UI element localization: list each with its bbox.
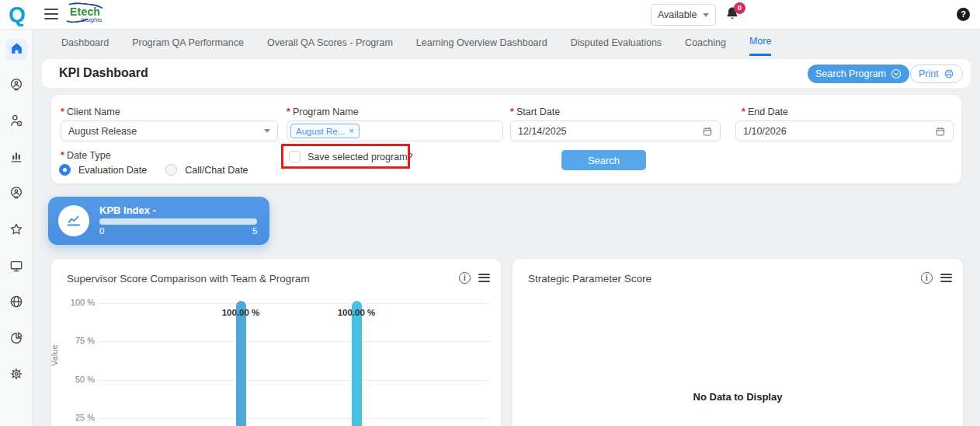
program-chip-label: August Re... — [296, 127, 345, 136]
tab-program-qa-performance[interactable]: Program QA Performance — [132, 30, 244, 56]
chevron-down-circle-icon — [891, 68, 902, 79]
home-icon — [9, 41, 24, 59]
chart-title: Strategic Parameter Score — [528, 273, 652, 285]
kpb-index-title: KPB Index - — [99, 204, 156, 216]
tab-dashboard[interactable]: Dashboard — [61, 30, 109, 56]
date-type-label: *Date Type — [61, 150, 111, 161]
tab-disputed-evaluations[interactable]: Disputed Evaluations — [571, 30, 662, 56]
search-button[interactable]: Search — [561, 150, 646, 170]
calendar-icon[interactable] — [702, 126, 713, 137]
globe-icon — [9, 294, 24, 313]
status-dropdown-value: Available — [658, 9, 697, 20]
sidebar-item-qa-monitor[interactable] — [5, 75, 27, 97]
program-chip: August Re... × — [290, 124, 360, 138]
kpb-progress-bar — [99, 218, 257, 225]
radio-label: Call/Chat Date — [185, 165, 248, 176]
client-name-label: *Client Name — [61, 106, 120, 117]
kpb-index-card: KPB Index - 0 5 — [48, 197, 269, 245]
chart-menu-icon[interactable] — [478, 274, 490, 283]
user-settings-icon — [9, 113, 24, 131]
strategic-parameter-chart-card: Strategic Parameter Score i No Data to D… — [513, 259, 963, 426]
logo-text-insights: Insights — [81, 16, 103, 23]
tab-overall-qa-scores-program[interactable]: Overall QA Scores - Program — [267, 30, 393, 56]
search-program-label: Search Program — [815, 68, 886, 79]
chart-menu-icon[interactable] — [940, 274, 952, 283]
save-program-checkbox[interactable] — [289, 151, 301, 162]
sidebar-item-web[interactable] — [5, 292, 27, 314]
gridline — [99, 380, 490, 381]
sidebar-item-user-settings[interactable] — [5, 111, 27, 133]
tab-learning-overview-dashboard[interactable]: Learning Overview Dashboard — [416, 30, 547, 56]
gridline — [99, 418, 490, 419]
info-icon[interactable]: i — [921, 272, 933, 284]
sidebar-item-analytics[interactable] — [5, 329, 27, 351]
required-asterisk: * — [61, 106, 64, 117]
date-type-radio-group: Evaluation DateCall/Chat Date — [59, 164, 259, 176]
start-date-value: 12/14/2025 — [518, 126, 702, 137]
help-button[interactable]: ? — [957, 8, 970, 21]
sidebar-item-qa-monitor-2[interactable] — [5, 183, 27, 205]
gridline — [99, 303, 490, 304]
etech-insights-logo: Etech Insights — [64, 2, 118, 28]
kpb-min-value: 0 — [99, 226, 104, 236]
top-bar: Q Etech Insights Available 0 ? — [0, 0, 980, 30]
sidebar-item-reports[interactable] — [5, 148, 27, 169]
qa-badge-icon — [9, 185, 24, 204]
line-chart-icon — [58, 205, 89, 236]
kpb-max-value: 5 — [252, 226, 257, 236]
notification-badge: 0 — [734, 2, 745, 14]
bar-0 — [236, 301, 246, 426]
supervisor-score-chart-card: Supervisor Score Comparison with Team & … — [51, 259, 501, 426]
star-icon — [9, 222, 24, 240]
end-date-input[interactable]: 1/10/2026 — [735, 120, 954, 141]
y-tick-label: 25 % — [51, 413, 95, 422]
chart-title: Supervisor Score Comparison with Team & … — [67, 273, 310, 285]
start-date-input[interactable]: 12/14/2025 — [510, 120, 721, 141]
sidebar-item-home[interactable] — [5, 39, 27, 61]
program-name-label: *Program Name — [287, 106, 359, 117]
gridline — [99, 341, 490, 342]
end-date-value: 1/10/2026 — [743, 126, 935, 137]
save-program-label: Save selected program? — [308, 152, 413, 162]
required-asterisk: * — [287, 106, 290, 117]
tab-more[interactable]: More — [749, 30, 771, 56]
info-icon[interactable]: i — [459, 272, 471, 284]
sidebar-item-monitor[interactable] — [5, 257, 27, 278]
calendar-icon[interactable] — [935, 126, 946, 137]
kpi-dashboard-app: Q Etech Insights Available 0 ? Dashboard… — [0, 0, 980, 426]
radio-call-chat-date[interactable] — [165, 164, 177, 176]
start-date-label: *Start Date — [510, 106, 560, 117]
filters-panel: *Client Name August Release *Program Nam… — [51, 95, 961, 183]
chip-remove-icon[interactable]: × — [349, 127, 353, 135]
page-title: KPI Dashboard — [59, 66, 148, 80]
y-tick-label: 50 % — [51, 375, 95, 384]
notifications-button[interactable]: 0 — [725, 5, 746, 26]
page-header-card: KPI Dashboard Search Program Print — [42, 59, 971, 88]
print-label: Print — [919, 68, 939, 79]
monitor-icon — [9, 258, 24, 277]
chevron-down-icon — [264, 129, 270, 133]
nav-tab-bar: DashboardProgram QA PerformanceOverall Q… — [33, 30, 980, 56]
printer-icon — [944, 68, 954, 79]
radio-evaluation-date[interactable] — [59, 164, 71, 176]
settings-gear-icon — [9, 366, 24, 385]
left-sidebar — [0, 30, 33, 426]
chevron-down-icon — [703, 13, 709, 17]
client-name-select[interactable]: August Release — [61, 120, 278, 141]
print-button[interactable]: Print — [910, 65, 963, 83]
search-program-button[interactable]: Search Program — [808, 65, 909, 83]
pie-chart-icon — [9, 330, 24, 349]
qa-badge-icon — [9, 77, 24, 96]
no-data-message: No Data to Display — [513, 391, 963, 403]
tab-coaching[interactable]: Coaching — [685, 30, 726, 56]
end-date-label: *End Date — [742, 106, 788, 117]
client-name-value: August Release — [68, 126, 264, 137]
required-asterisk: * — [61, 150, 64, 161]
y-tick-label: 75 % — [51, 336, 95, 345]
hamburger-menu-icon[interactable] — [44, 9, 58, 20]
status-dropdown[interactable]: Available — [651, 4, 716, 26]
bar-1 — [352, 301, 362, 426]
program-name-multiselect[interactable]: August Re... × — [287, 120, 503, 141]
sidebar-item-favorites[interactable] — [5, 220, 27, 242]
sidebar-item-settings[interactable] — [5, 365, 27, 386]
